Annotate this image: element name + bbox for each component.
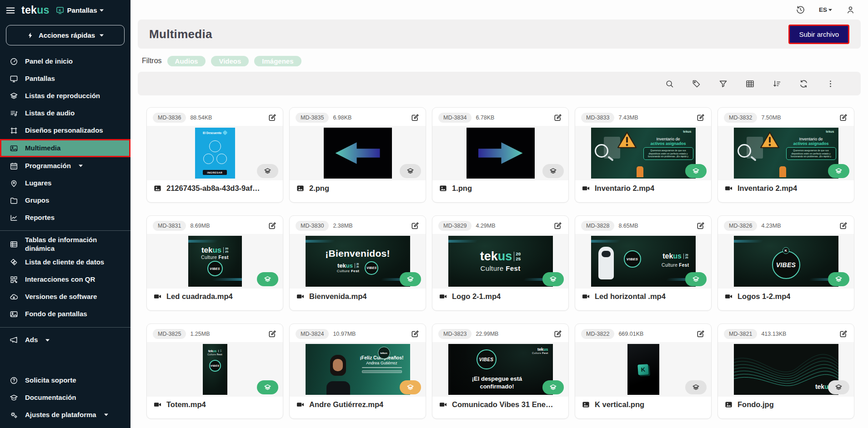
playlist-usage-badge[interactable] bbox=[400, 380, 421, 394]
media-card[interactable]: MD-383688.54KBEl DescuentoINGRESAR212674… bbox=[146, 107, 283, 203]
playlist-usage-badge[interactable] bbox=[257, 380, 278, 394]
media-card[interactable]: MD-382322.99MBtekusCulture FestVIBES¡El … bbox=[432, 323, 569, 419]
playlist-usage-badge[interactable] bbox=[542, 380, 564, 394]
sidebar-item-pantallas[interactable]: Pantallas bbox=[0, 70, 130, 87]
sidebar-item-panel-de-inicio[interactable]: Panel de inicio bbox=[0, 53, 130, 70]
sidebar-item-ajustes-de-plataforma[interactable]: Ajustes de plataforma bbox=[0, 406, 130, 423]
media-card[interactable]: MD-3822669.01KBKK vertical.png bbox=[575, 323, 712, 419]
playlist-usage-badge[interactable] bbox=[828, 164, 849, 178]
calendar-icon bbox=[10, 162, 18, 170]
quick-actions-button[interactable]: Acciones rápidas bbox=[6, 25, 125, 45]
media-thumbnail: K bbox=[575, 342, 711, 397]
edit-icon[interactable] bbox=[553, 113, 562, 122]
playlist-usage-badge[interactable] bbox=[400, 164, 421, 178]
sidebar-item-label: Pantallas bbox=[25, 75, 55, 83]
page-title: Multimedia bbox=[149, 27, 212, 41]
context-switcher[interactable]: K Pantallas bbox=[55, 6, 104, 15]
media-card[interactable]: MD-38318.69MBtekus2025Culture FestVIBESL… bbox=[146, 215, 283, 311]
tag-icon[interactable] bbox=[692, 79, 701, 89]
hamburger-menu-icon[interactable] bbox=[5, 5, 15, 15]
user-icon[interactable] bbox=[846, 5, 855, 15]
sidebar-item-multimedia[interactable]: Multimedia bbox=[0, 139, 130, 157]
playlist-usage-badge[interactable] bbox=[685, 380, 707, 394]
card-header: MD-38294.29MB bbox=[432, 216, 568, 234]
kebab-icon[interactable] bbox=[826, 79, 835, 89]
media-card[interactable]: MD-3821413.13KBtekusFondo.jpg bbox=[717, 323, 854, 419]
playlist-usage-badge[interactable] bbox=[257, 272, 278, 286]
filter-chip-audios[interactable]: Audios bbox=[167, 56, 206, 66]
upload-button[interactable]: Subir archivo bbox=[788, 25, 849, 44]
thumbnail-art: tekusCulture FestVIBES¡El despegue está … bbox=[448, 344, 553, 395]
media-card[interactable]: MD-38346.78KB1.png bbox=[432, 107, 569, 203]
sidebar-item-interacciones-con-qr[interactable]: Interacciones con QR bbox=[0, 271, 130, 289]
playlist-usage-badge[interactable] bbox=[685, 272, 707, 286]
sidebar-item-lista-de-cliente-de-datos[interactable]: Lista de cliente de datos bbox=[0, 254, 130, 271]
thumbnail-art: tekusInventario deactivos asignadosQuere… bbox=[591, 128, 696, 179]
media-id-badge: MD-3830 bbox=[296, 221, 329, 231]
sidebar-item-tablas-de-informacion-dinamica[interactable]: Tablas de información dinámica bbox=[0, 235, 130, 254]
search-icon[interactable] bbox=[665, 79, 674, 89]
edit-icon[interactable] bbox=[553, 329, 562, 338]
sidebar-item-grupos[interactable]: Grupos bbox=[0, 192, 130, 209]
thumbnail-art: ¡Bienvenidos!tekus2025Culture FestVIBES bbox=[306, 236, 410, 287]
media-card[interactable]: MD-38264.23MBKVIBESLogos 1-2.mp4 bbox=[717, 215, 854, 311]
playlist-usage-badge[interactable] bbox=[828, 272, 849, 286]
edit-icon[interactable] bbox=[268, 221, 277, 230]
sidebar-item-disenos-personalizados[interactable]: Diseños personalizados bbox=[0, 122, 130, 139]
sidebar-item-label: Interacciones con QR bbox=[25, 275, 95, 284]
sidebar-item-programacion[interactable]: Programación bbox=[0, 157, 130, 174]
sidebar-item-listas-de-reproduccion[interactable]: Listas de reproducción bbox=[0, 87, 130, 105]
filter-chip-videos[interactable]: Videos bbox=[211, 56, 249, 66]
media-card[interactable]: MD-38327.50MBtekusInventario deactivos a… bbox=[717, 107, 854, 203]
grid-table-icon[interactable] bbox=[745, 79, 755, 89]
media-card[interactable]: MD-38288.65MBVIBEStekus2025Culture FestL… bbox=[575, 215, 712, 311]
edit-icon[interactable] bbox=[839, 221, 848, 230]
media-card[interactable]: MD-38356.98KB2.png bbox=[289, 107, 426, 203]
filter-chip-imagenes[interactable]: Imágenes bbox=[254, 56, 301, 66]
sidebar-item-reportes[interactable]: Reportes bbox=[0, 209, 130, 226]
card-footer: Inventario 2.mp4 bbox=[718, 180, 854, 196]
edit-icon[interactable] bbox=[839, 329, 848, 338]
media-filename: Inventario 2.mp4 bbox=[595, 184, 654, 193]
edit-icon[interactable] bbox=[411, 113, 420, 122]
media-id-badge: MD-3834 bbox=[438, 113, 472, 123]
sidebar-item-solicita-soporte[interactable]: Solicita soporte bbox=[0, 372, 130, 389]
media-size: 7.43MB bbox=[618, 114, 638, 121]
edit-icon[interactable] bbox=[411, 221, 420, 230]
media-card[interactable]: MD-38337.43MBtekusInventario deactivos a… bbox=[575, 107, 712, 203]
sidebar-item-fondo-de-pantallas[interactable]: Fondo de pantallas bbox=[0, 306, 130, 323]
sidebar-item-label: Fondo de pantallas bbox=[25, 310, 87, 319]
media-filename: Andre Gutiérrez.mp4 bbox=[309, 400, 383, 409]
playlist-usage-badge[interactable] bbox=[400, 272, 421, 286]
card-header: MD-38288.65MB bbox=[575, 216, 711, 234]
language-selector[interactable]: ES bbox=[819, 6, 832, 13]
sidebar-item-lugares[interactable]: Lugares bbox=[0, 174, 130, 192]
playlist-usage-badge[interactable] bbox=[685, 164, 707, 178]
media-card[interactable]: MD-382410.97MBtekus¡Feliz Cumpleaños!And… bbox=[289, 323, 426, 419]
history-icon[interactable] bbox=[796, 5, 805, 15]
playlist-usage-badge[interactable] bbox=[542, 164, 564, 178]
media-card[interactable]: MD-38251.25MBtekus2025Culture FestVIBEST… bbox=[146, 323, 283, 419]
sort-icon[interactable] bbox=[772, 79, 782, 89]
sync-icon[interactable] bbox=[799, 79, 808, 89]
sidebar-item-ads[interactable]: Ads bbox=[0, 332, 130, 349]
media-card[interactable]: MD-38294.29MBtekus2025Culture FestLogo 2… bbox=[432, 215, 569, 311]
funnel-icon[interactable] bbox=[718, 79, 728, 89]
media-thumbnail bbox=[290, 126, 426, 180]
media-card[interactable]: MD-38302.38MB¡Bienvenidos!tekus2025Cultu… bbox=[289, 215, 426, 311]
sidebar-item-listas-de-audio[interactable]: Listas de audio bbox=[0, 105, 130, 122]
edit-icon[interactable] bbox=[696, 113, 705, 122]
sidebar-item-versiones-de-software[interactable]: Versiones de software bbox=[0, 289, 130, 306]
playlist-usage-badge[interactable] bbox=[542, 272, 564, 286]
sidebar-item-documentacion[interactable]: Documentación bbox=[0, 389, 130, 406]
edit-icon[interactable] bbox=[553, 221, 562, 230]
edit-icon[interactable] bbox=[411, 329, 420, 338]
edit-icon[interactable] bbox=[696, 221, 705, 230]
edit-icon[interactable] bbox=[268, 329, 277, 338]
edit-icon[interactable] bbox=[839, 113, 848, 122]
edit-icon[interactable] bbox=[696, 329, 705, 338]
edit-icon[interactable] bbox=[268, 113, 277, 122]
media-filename: 1.png bbox=[452, 184, 472, 193]
playlist-usage-badge[interactable] bbox=[828, 380, 849, 394]
playlist-usage-badge[interactable] bbox=[257, 164, 278, 178]
